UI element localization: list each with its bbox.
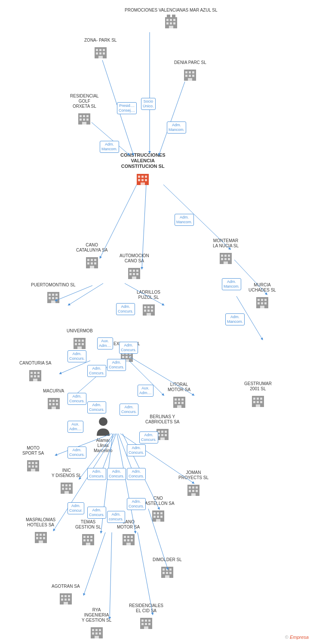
svg-rect-230 (127, 539, 129, 541)
svg-rect-206 (157, 516, 159, 518)
svg-rect-107 (151, 306, 153, 308)
svg-rect-202 (153, 512, 156, 514)
svg-rect-212 (43, 534, 45, 536)
svg-rect-246 (64, 598, 67, 601)
badge-aux-adm-3[interactable]: Aux.Adm.... (68, 421, 83, 433)
node-cano-motor: CANOMOTOR SA (117, 519, 140, 546)
badge-adm-concurs-3[interactable]: Adm.Concurs. (68, 350, 86, 362)
node-montemar: MONTEMARLA NUCIA SL (213, 238, 239, 265)
svg-rect-226 (124, 536, 126, 538)
svg-rect-229 (124, 539, 126, 541)
svg-rect-68 (138, 179, 140, 181)
svg-rect-155 (181, 398, 184, 401)
svg-rect-220 (90, 536, 92, 538)
svg-rect-83 (94, 259, 96, 261)
svg-rect-213 (36, 537, 38, 539)
badge-adm-concurs-16[interactable]: Adm.Concur. (68, 502, 84, 514)
badge-adm-concurs-14[interactable]: Adm.Concurs. (127, 444, 146, 456)
node-joman: JOMANPROYECTS SL (178, 470, 209, 497)
svg-rect-259 (145, 620, 147, 622)
svg-rect-59 (86, 115, 89, 117)
svg-rect-106 (147, 306, 150, 308)
svg-rect-186 (62, 484, 64, 486)
svg-rect-198 (192, 490, 194, 492)
building-icon-temas-gestion (80, 531, 96, 546)
building-icon-gestrumar (250, 392, 266, 408)
svg-rect-194 (189, 486, 191, 489)
svg-rect-256 (95, 636, 99, 638)
watermark-brand: Empresa (290, 635, 309, 640)
badge-adm-mancom-4[interactable]: Adm.Mancom. (222, 278, 241, 290)
badge-adm-concurs-8[interactable]: Adm.Concurs. (120, 404, 138, 416)
badge-adm-concurs-4[interactable]: Adm.Concurs. (87, 365, 106, 377)
svg-rect-221 (83, 539, 86, 541)
badge-adm-concurs-6[interactable]: Adm.Concurs. (68, 393, 86, 405)
badge-adm-mancom-3[interactable]: Adm.Mancom. (175, 214, 194, 226)
badge-aux-adm-1[interactable]: Aux.Adm.... (97, 337, 113, 349)
badge-adm-mancom-1[interactable]: Adm.Mancom. (167, 122, 186, 134)
svg-rect-245 (61, 598, 63, 601)
svg-rect-60 (80, 118, 82, 121)
svg-rect-170 (161, 431, 163, 433)
svg-rect-119 (260, 306, 264, 308)
svg-rect-156 (175, 402, 177, 404)
badge-adm-concurs-12[interactable]: Adm.Concurs. (107, 468, 126, 480)
badge-adm-concurs-10[interactable]: Adm.Concurs. (68, 447, 86, 459)
svg-point-176 (99, 417, 107, 426)
node-cno-castellon: CNOCASTELLON SA (142, 496, 175, 522)
badge-adm-concurs-17[interactable]: Adm.Concurs. (87, 507, 106, 519)
svg-rect-81 (87, 259, 89, 261)
svg-rect-127 (77, 346, 82, 349)
svg-rect-219 (87, 536, 89, 538)
svg-rect-35 (173, 19, 175, 21)
svg-rect-99 (55, 294, 58, 296)
badge-adm-concurs-7[interactable]: Adm.Concurs. (87, 401, 106, 413)
svg-rect-211 (40, 534, 42, 536)
badge-adm-mancom-5[interactable]: Adm.Mancom. (225, 313, 245, 325)
node-temas-gestion: TEMASGESTION SL (75, 519, 101, 546)
svg-rect-200 (191, 493, 196, 496)
badge-adm-concurs-2[interactable]: Adm.Concurs. (119, 342, 138, 354)
badge-adm-mancom-2[interactable]: Adm.Mancom. (100, 141, 119, 153)
svg-rect-204 (160, 512, 163, 514)
badge-adm-concurs-1[interactable]: Adm.Concurs. (116, 303, 135, 315)
svg-rect-75 (228, 255, 230, 257)
svg-rect-125 (78, 343, 80, 345)
svg-rect-218 (83, 536, 86, 538)
node-alamar: AlamarLlinasMarcelino (94, 416, 112, 454)
svg-rect-224 (86, 543, 90, 545)
svg-rect-44 (96, 52, 98, 55)
svg-rect-108 (144, 310, 146, 312)
svg-rect-141 (34, 375, 36, 377)
badge-presid-consej[interactable]: Presid....Consej.... (117, 102, 137, 114)
building-icon-residenciales-cid (138, 614, 154, 630)
svg-rect-178 (28, 462, 31, 464)
badge-adm-concurs-9[interactable]: Adm.Concurs. (139, 431, 158, 444)
svg-rect-158 (181, 402, 184, 404)
svg-rect-133 (126, 356, 128, 358)
svg-rect-243 (64, 595, 67, 597)
badge-adm-concurs-15[interactable]: Adm.Concurs. (127, 498, 146, 510)
badge-adm-concurs-13[interactable]: Adm.Concurs. (127, 468, 146, 480)
svg-rect-100 (49, 297, 51, 299)
badge-aux-adm-2[interactable]: Aux.Adm.... (138, 385, 153, 397)
svg-rect-47 (98, 56, 103, 58)
building-icon-agotran (58, 590, 74, 605)
svg-line-26 (138, 532, 153, 614)
svg-rect-232 (126, 543, 131, 545)
svg-rect-39 (169, 26, 173, 28)
badge-adm-concurs-11[interactable]: Adm.Concurs. (87, 468, 106, 480)
building-icon-rya-ingenieria (89, 624, 104, 639)
svg-rect-260 (148, 620, 150, 622)
svg-rect-189 (62, 488, 64, 490)
svg-rect-248 (64, 602, 68, 605)
svg-rect-255 (99, 632, 101, 635)
svg-rect-90 (133, 270, 135, 272)
node-puertomontino: PUERTOMONTINO SL (31, 283, 76, 304)
svg-rect-236 (169, 568, 172, 571)
badge-adm-concurs-18[interactable]: Adm.concurs. (107, 511, 125, 523)
badge-socio-unico[interactable]: SocioÚnico. (141, 98, 156, 110)
svg-rect-163 (260, 398, 262, 400)
badge-adm-concurs-5[interactable]: Adm.Concurs. (107, 359, 126, 371)
svg-rect-65 (138, 176, 140, 178)
